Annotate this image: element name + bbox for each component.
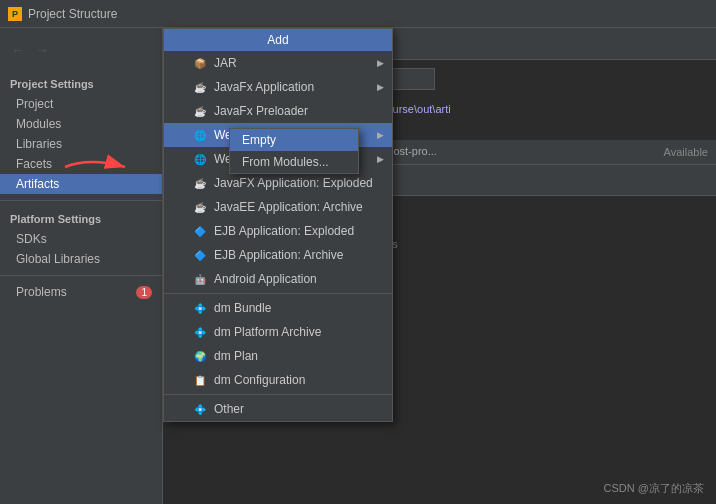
sidebar-divider xyxy=(0,200,162,201)
other-icon: 💠 xyxy=(192,401,208,417)
javaee-icon: ☕ xyxy=(192,199,208,215)
dropdown-item-dm-bundle[interactable]: 💠 dm Bundle xyxy=(164,296,392,320)
dropdown-separator-1 xyxy=(164,293,392,294)
ejb-archive-icon: 🔷 xyxy=(192,247,208,263)
jar-icon: 📦 xyxy=(192,55,208,71)
dropdown-item-javafx-app[interactable]: ☕ JavaFx Application xyxy=(164,75,392,99)
sidebar-item-libraries[interactable]: Libraries xyxy=(0,134,162,154)
sub-item-empty[interactable]: Empty xyxy=(230,129,358,151)
sidebar: ← → Project Settings Project Modules Lib… xyxy=(0,28,163,504)
web-exploded-icon: 🌐 xyxy=(192,127,208,143)
sidebar-item-sdks[interactable]: SDKs xyxy=(0,229,162,249)
dm-bundle-icon: 💠 xyxy=(192,300,208,316)
app-icon: P xyxy=(8,7,22,21)
dropdown-item-javafx-exploded[interactable]: ☕ JavaFX Application: Exploded xyxy=(164,171,392,195)
dropdown-item-dm-config[interactable]: 📋 dm Configuration xyxy=(164,368,392,392)
dm-platform-icon: 💠 xyxy=(192,324,208,340)
android-icon: 🤖 xyxy=(192,271,208,287)
sub-dropdown: Empty From Modules... xyxy=(229,128,359,174)
javafx-preloader-icon: ☕ xyxy=(192,103,208,119)
sidebar-nav: ← → xyxy=(0,36,162,64)
dropdown-item-jar[interactable]: 📦 JAR xyxy=(164,51,392,75)
arrow-annotation xyxy=(60,152,140,185)
dropdown-item-javaee-app[interactable]: ☕ JavaEE Application: Archive xyxy=(164,195,392,219)
sidebar-item-global-libraries[interactable]: Global Libraries xyxy=(0,249,162,269)
forward-button[interactable]: → xyxy=(32,40,52,60)
ejb-exploded-icon: 🔷 xyxy=(192,223,208,239)
add-dropdown-header: Add xyxy=(164,29,392,51)
sidebar-item-problems[interactable]: Problems 1 xyxy=(0,282,162,302)
dropdown-item-javafx-preloader[interactable]: ☕ JavaFx Preloader xyxy=(164,99,392,123)
back-button[interactable]: ← xyxy=(8,40,28,60)
available-label: Available xyxy=(664,146,708,158)
dm-plan-icon: 🌍 xyxy=(192,348,208,364)
web-archive-icon: 🌐 xyxy=(192,151,208,167)
dropdown-item-dm-platform[interactable]: 💠 dm Platform Archive xyxy=(164,320,392,344)
problems-badge: 1 xyxy=(136,286,152,299)
dropdown-item-android[interactable]: 🤖 Android Application xyxy=(164,267,392,291)
dropdown-separator-2 xyxy=(164,394,392,395)
sidebar-divider-2 xyxy=(0,275,162,276)
sidebar-item-project[interactable]: Project xyxy=(0,94,162,114)
javafx-app-icon: ☕ xyxy=(192,79,208,95)
dropdown-item-ejb-exploded[interactable]: 🔷 EJB Application: Exploded xyxy=(164,219,392,243)
dropdown-item-other[interactable]: 💠 Other xyxy=(164,397,392,421)
title-bar-text: Project Structure xyxy=(28,7,117,21)
platform-settings-label: Platform Settings xyxy=(0,207,162,229)
add-dropdown: Add 📦 JAR ☕ JavaFx Application ☕ JavaFx … xyxy=(163,28,393,422)
sidebar-item-modules[interactable]: Modules xyxy=(0,114,162,134)
javafx-exploded-icon: ☕ xyxy=(192,175,208,191)
problems-label: Problems xyxy=(16,285,67,299)
project-settings-label: Project Settings xyxy=(0,72,162,94)
watermark: CSDN @凉了的凉茶 xyxy=(604,481,704,496)
sub-item-from-modules[interactable]: From Modules... xyxy=(230,151,358,173)
title-bar: P Project Structure xyxy=(0,0,716,28)
dm-config-icon: 📋 xyxy=(192,372,208,388)
dropdown-item-ejb-archive[interactable]: 🔷 EJB Application: Archive xyxy=(164,243,392,267)
dropdown-item-dm-plan[interactable]: 🌍 dm Plan xyxy=(164,344,392,368)
